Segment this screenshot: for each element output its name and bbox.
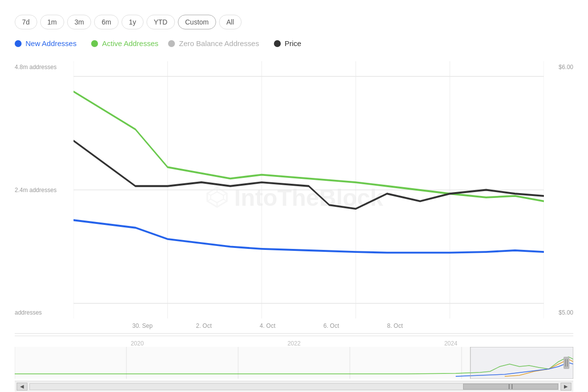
time-range-selector: 7d 1m 3m 6m 1y YTD Custom All [15,15,573,29]
new-addresses-line [74,220,544,252]
y-axis-right: $6.00 $5.00 [544,61,573,318]
nav-year-2019 [20,340,98,347]
legend-label-new-addresses: New Addresses [25,39,76,48]
y-axis-left: 4.8m addresses 2.4m addresses addresses [15,61,74,318]
scroll-thumb[interactable] [463,384,558,390]
chart-svg [74,61,544,318]
time-btn-1m[interactable]: 1m [40,15,64,29]
time-btn-7d[interactable]: 7d [15,15,37,29]
nav-year-labels: 2020 2022 2024 [15,340,573,347]
scroll-left-btn[interactable]: ◀ [17,383,27,391]
svg-rect-25 [564,357,569,369]
y-label-right-bottom: $5.00 [544,309,573,316]
time-btn-3m[interactable]: 3m [67,15,91,29]
y-label-right-top: $6.00 [544,64,573,71]
x-label-oct8: 8. Oct [387,322,451,329]
legend-label-price: Price [285,39,301,48]
y-label-top: 4.8m addresses [15,64,74,71]
main-container: 7d 1m 3m 6m 1y YTD Custom All New Addres… [0,0,588,392]
nav-year-2021 [176,340,255,347]
legend-dot-zero-balance [168,40,175,47]
scroll-grip [509,384,513,389]
navigator: 2020 2022 2024 [15,336,573,382]
chart-wrapper: IntoTheBlock 4.8m addresses 2.4m address… [15,61,573,382]
x-label-oct6: 6. Oct [323,322,387,329]
legend-dot-new-addresses [15,40,22,47]
chart-legend: New Addresses Active Addresses Zero Bala… [15,39,573,51]
nav-year-2024: 2024 [412,340,490,347]
legend-label-active-addresses: Active Addresses [102,39,158,48]
legend-item-price[interactable]: Price [274,39,301,48]
time-btn-ytd[interactable]: YTD [147,15,175,29]
scroll-track[interactable] [29,383,559,390]
legend-item-active-addresses[interactable]: Active Addresses [91,39,158,48]
nav-year-2023 [333,340,412,347]
scroll-right-btn[interactable]: ▶ [561,383,571,391]
nav-year-end [490,340,568,347]
legend-label-zero-balance: Zero Balance Addresses [179,39,259,48]
legend-dot-active-addresses [91,40,98,47]
price-line [74,141,544,209]
x-label-oct2: 2. Oct [196,322,260,329]
nav-year-2022: 2022 [255,340,333,347]
chart-main: IntoTheBlock 4.8m addresses 2.4m address… [15,61,573,334]
y-label-mid: 2.4m addresses [15,187,74,194]
navigator-svg [15,347,573,379]
time-btn-custom[interactable]: Custom [178,15,216,29]
time-btn-1y[interactable]: 1y [122,15,144,29]
y-label-bottom: addresses [15,309,74,316]
legend-item-new-addresses[interactable]: New Addresses [15,39,76,48]
legend-dot-price [274,40,281,47]
x-label-sep30: 30. Sep [132,322,196,329]
active-addresses-line [74,92,544,201]
nav-year-2020: 2020 [98,340,176,347]
time-btn-all[interactable]: All [219,15,242,29]
svg-rect-24 [470,347,573,379]
navigator-scrollbar: ◀ ▶ [15,381,573,392]
legend-item-zero-balance[interactable]: Zero Balance Addresses [168,39,259,48]
time-btn-6m[interactable]: 6m [94,15,118,29]
x-label-oct4: 4. Oct [260,322,323,329]
x-axis-labels: 30. Sep 2. Oct 4. Oct 6. Oct 8. Oct [74,318,544,333]
